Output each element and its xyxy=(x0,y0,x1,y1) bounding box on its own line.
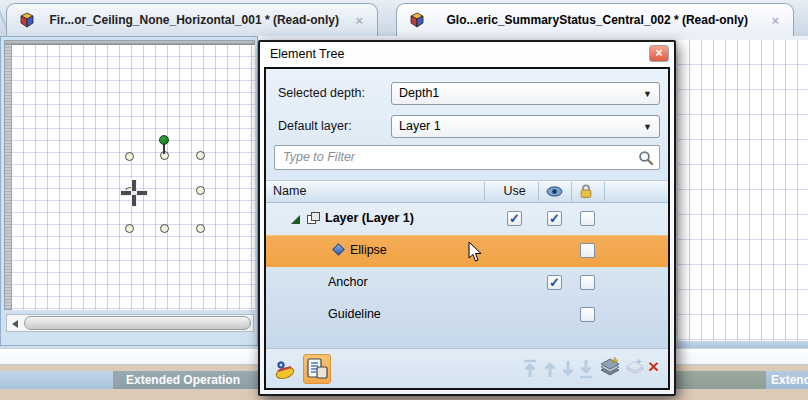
rotation-handle-stem xyxy=(163,144,165,154)
panel-label: Extended Operation xyxy=(771,373,808,387)
tree-row-guideline[interactable]: Guideline xyxy=(266,299,668,331)
copy-list-icon xyxy=(307,358,329,382)
tree-row-label: Guideline xyxy=(328,307,381,321)
tree-list: Layer (Layer 1)✓✓EllipseAnchor✓Guideline xyxy=(266,203,668,348)
visibility-checkbox[interactable]: ✓ xyxy=(547,211,562,226)
use-checkbox[interactable]: ✓ xyxy=(507,211,522,226)
tab-close-icon[interactable]: × xyxy=(769,13,781,28)
tree-header: Name Use xyxy=(266,180,668,203)
eye-icon[interactable] xyxy=(546,186,563,200)
lock-checkbox[interactable] xyxy=(580,243,595,258)
anchor-point[interactable] xyxy=(125,152,134,161)
tab-close-icon[interactable]: × xyxy=(353,13,365,28)
cube-icon xyxy=(19,12,35,28)
panel-segment xyxy=(0,371,113,389)
column-header-use[interactable]: Use xyxy=(491,184,538,198)
keel-tool-button[interactable] xyxy=(273,357,297,381)
column-separator xyxy=(538,182,539,201)
column-header-name[interactable]: Name xyxy=(273,184,306,198)
dialog-title: Element Tree xyxy=(260,42,674,67)
chevron-down-icon: ▼ xyxy=(643,122,652,132)
tab-bar: Fir...or_Ceiling_None_Horizontal_001 * (… xyxy=(0,0,808,36)
diamond-icon xyxy=(332,243,345,256)
tree-row-layer-layer-1[interactable]: Layer (Layer 1)✓✓ xyxy=(266,203,668,235)
search-icon xyxy=(638,150,654,170)
horizontal-scrollbar[interactable] xyxy=(6,314,254,332)
panel-label: Extended Operation xyxy=(126,373,240,387)
move-down-button[interactable] xyxy=(559,358,577,380)
drawing-canvas[interactable] xyxy=(12,44,255,310)
chevron-down-icon: ▼ xyxy=(643,89,652,99)
lock-checkbox[interactable] xyxy=(580,307,595,322)
element-tree-dialog: Element Tree × Selected depth: Depth1 ▼ … xyxy=(258,40,676,396)
crosshair-center xyxy=(132,191,136,195)
delete-button[interactable]: × xyxy=(648,356,659,378)
dialog-toolbar: + + × xyxy=(266,348,668,388)
document-window-right[interactable] xyxy=(678,40,808,341)
move-to-top-button[interactable] xyxy=(521,358,539,380)
svg-text:+: + xyxy=(636,357,642,367)
add-layer-button[interactable]: + xyxy=(597,355,623,385)
default-layer-label: Default layer: xyxy=(278,119,352,133)
tree-row-label: Anchor xyxy=(328,275,368,289)
move-to-bottom-button[interactable] xyxy=(577,358,595,380)
filter-input[interactable]: Type to Filter xyxy=(274,145,660,170)
application-window: Fir...or_Ceiling_None_Horizontal_001 * (… xyxy=(0,0,808,400)
selected-depth-label: Selected depth: xyxy=(278,86,365,100)
visibility-checkbox[interactable]: ✓ xyxy=(547,275,562,290)
document-window-left xyxy=(0,36,258,346)
layers-icon xyxy=(307,212,320,225)
lock-checkbox[interactable] xyxy=(580,275,595,290)
dialog-body: Selected depth: Depth1 ▼ Default layer: … xyxy=(264,67,670,390)
svg-text:+: + xyxy=(612,355,618,366)
anchor-point[interactable] xyxy=(196,151,205,160)
selected-depth-value: Depth1 xyxy=(399,86,439,100)
vertical-ruler xyxy=(4,44,12,310)
rotation-handle[interactable] xyxy=(159,135,169,145)
tree-row-ellipse[interactable]: Ellipse xyxy=(266,235,668,267)
tree-row-anchor[interactable]: Anchor✓ xyxy=(266,267,668,299)
tab-label: Fir...or_Ceiling_None_Horizontal_001 * (… xyxy=(43,13,345,27)
default-layer-value: Layer 1 xyxy=(399,119,441,133)
expander-triangle-icon[interactable] xyxy=(291,215,300,224)
column-separator xyxy=(604,182,605,201)
anchor-point[interactable] xyxy=(196,186,205,195)
lock-icon[interactable] xyxy=(579,184,593,202)
scroll-left-arrow-icon[interactable] xyxy=(12,320,18,328)
column-separator xyxy=(484,182,485,201)
tree-row-label: Layer (Layer 1) xyxy=(325,211,414,225)
extended-operation-panel-header-right[interactable]: Extended Operation xyxy=(766,371,808,389)
lock-checkbox[interactable] xyxy=(580,211,595,226)
column-separator xyxy=(571,182,572,201)
add-sublayer-button[interactable]: + xyxy=(623,357,647,385)
cube-icon xyxy=(409,12,425,28)
mouse-cursor xyxy=(468,242,483,267)
scrollbar-thumb[interactable] xyxy=(24,316,251,330)
filter-placeholder: Type to Filter xyxy=(283,150,355,164)
tab-document-1[interactable]: Fir...or_Ceiling_None_Horizontal_001 * (… xyxy=(6,3,378,36)
dialog-close-button[interactable]: × xyxy=(649,45,669,62)
move-up-button[interactable] xyxy=(541,358,559,380)
tree-row-label: Ellipse xyxy=(350,243,387,257)
selected-depth-dropdown[interactable]: Depth1 ▼ xyxy=(391,82,660,105)
tab-document-2[interactable]: Glo...eric_SummaryStatus_Central_002 * (… xyxy=(396,3,794,36)
default-layer-dropdown[interactable]: Layer 1 ▼ xyxy=(391,115,660,138)
anchor-point[interactable] xyxy=(196,224,205,233)
tab-label: Glo...eric_SummaryStatus_Central_002 * (… xyxy=(433,13,761,27)
anchor-point[interactable] xyxy=(160,224,169,233)
anchor-point[interactable] xyxy=(125,224,134,233)
toggle-list-view-button[interactable] xyxy=(303,354,331,384)
